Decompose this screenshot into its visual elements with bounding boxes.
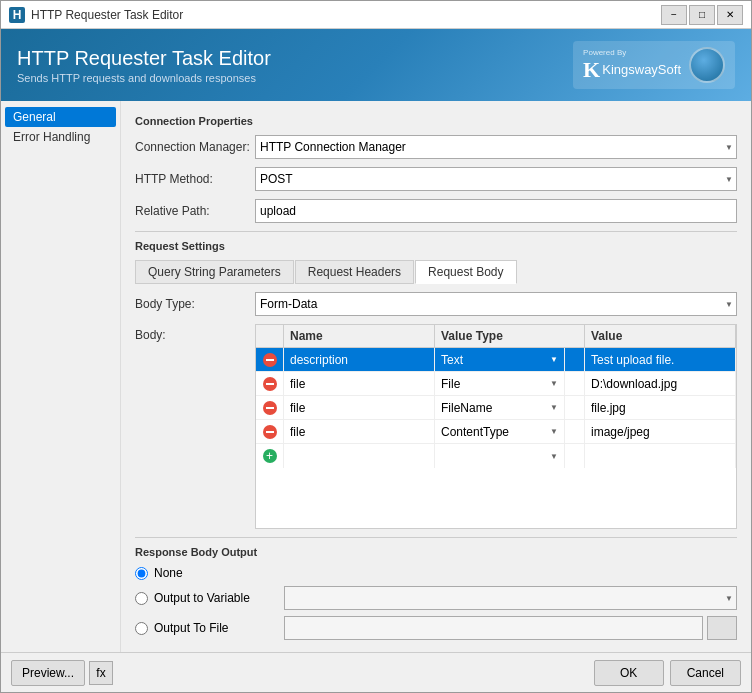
radio-file[interactable] bbox=[135, 622, 148, 635]
add-row-spacer bbox=[565, 444, 585, 468]
plus-circle-icon[interactable]: + bbox=[263, 449, 277, 463]
row-1-remove-icon[interactable] bbox=[256, 348, 284, 371]
header-subtitle: Sends HTTP requests and downloads respon… bbox=[17, 72, 271, 84]
close-button[interactable]: ✕ bbox=[717, 5, 743, 25]
add-row-dropdown-icon: ▼ bbox=[550, 452, 558, 461]
cancel-button[interactable]: Cancel bbox=[670, 660, 741, 686]
response-radio-group: None Output to Variable ▼ Output To File bbox=[135, 566, 737, 640]
minus-circle-icon[interactable] bbox=[263, 353, 277, 367]
body-table: Name Value Type Value bbox=[255, 324, 737, 529]
radio-variable-row: Output to Variable ▼ bbox=[135, 586, 737, 610]
row-4-name[interactable]: file bbox=[284, 420, 435, 443]
radio-none-row: None bbox=[135, 566, 737, 580]
radio-file-row: Output To File bbox=[135, 616, 737, 640]
relative-path-label: Relative Path: bbox=[135, 204, 255, 218]
request-section-label: Request Settings bbox=[135, 240, 737, 252]
expression-button[interactable]: fx bbox=[89, 661, 113, 685]
http-method-row: HTTP Method: POST GET PUT DELETE ▼ bbox=[135, 167, 737, 191]
logo-k: K bbox=[583, 57, 600, 83]
header-left: HTTP Requester Task Editor Sends HTTP re… bbox=[17, 47, 271, 84]
file-path-input[interactable] bbox=[284, 616, 703, 640]
radio-none[interactable] bbox=[135, 567, 148, 580]
row-2-name[interactable]: file bbox=[284, 372, 435, 395]
sidebar: General Error Handling bbox=[1, 101, 121, 652]
http-method-select[interactable]: POST GET PUT DELETE bbox=[255, 167, 737, 191]
title-bar: H HTTP Requester Task Editor − □ ✕ bbox=[1, 1, 751, 29]
add-row-icon[interactable]: + bbox=[256, 444, 284, 468]
minimize-button[interactable]: − bbox=[661, 5, 687, 25]
tab-request-body[interactable]: Request Body bbox=[415, 260, 516, 284]
minus-circle-icon[interactable] bbox=[263, 425, 277, 439]
header-title: HTTP Requester Task Editor bbox=[17, 47, 271, 70]
header-cell-value-type: Value Type bbox=[435, 325, 585, 347]
connection-manager-label: Connection Manager: bbox=[135, 140, 255, 154]
row-2-value-type[interactable]: File ▼ bbox=[435, 372, 565, 395]
row-4-value-type-arrow-icon: ▼ bbox=[550, 427, 558, 436]
preview-button[interactable]: Preview... bbox=[11, 660, 85, 686]
body-type-label: Body Type: bbox=[135, 297, 255, 311]
logo-brand: KingswaySoft bbox=[602, 62, 681, 78]
row-1-name[interactable]: description bbox=[284, 348, 435, 371]
tab-request-headers[interactable]: Request Headers bbox=[295, 260, 414, 284]
row-1-spacer bbox=[565, 348, 585, 371]
http-method-wrapper: POST GET PUT DELETE ▼ bbox=[255, 167, 737, 191]
bottom-right-controls: OK Cancel bbox=[594, 660, 741, 686]
bottom-bar: Preview... fx OK Cancel bbox=[1, 652, 751, 692]
relative-path-input[interactable] bbox=[255, 199, 737, 223]
relative-path-wrapper bbox=[255, 199, 737, 223]
add-row: + ▼ bbox=[256, 444, 736, 468]
request-tabs: Query String Parameters Request Headers … bbox=[135, 260, 737, 284]
radio-file-label: Output To File bbox=[154, 621, 284, 635]
title-bar-controls: − □ ✕ bbox=[661, 5, 743, 25]
file-browse-button[interactable] bbox=[707, 616, 737, 640]
row-1-value-type-arrow-icon: ▼ bbox=[550, 355, 558, 364]
row-3-value[interactable]: file.jpg bbox=[585, 396, 736, 419]
table-empty-space bbox=[256, 468, 736, 528]
row-4-spacer bbox=[565, 420, 585, 443]
connection-manager-select[interactable]: HTTP Connection Manager bbox=[255, 135, 737, 159]
sidebar-item-error-handling[interactable]: Error Handling bbox=[5, 127, 116, 147]
row-4-value-type[interactable]: ContentType ▼ bbox=[435, 420, 565, 443]
row-2-remove-icon[interactable] bbox=[256, 372, 284, 395]
ok-button[interactable]: OK bbox=[594, 660, 664, 686]
minus-circle-icon[interactable] bbox=[263, 377, 277, 391]
section-divider-2 bbox=[135, 537, 737, 538]
table-row[interactable]: file FileName ▼ file.jpg bbox=[256, 396, 736, 420]
sidebar-item-general[interactable]: General bbox=[5, 107, 116, 127]
table-row[interactable]: file ContentType ▼ image/jpeg bbox=[256, 420, 736, 444]
table-row[interactable]: description Text ▼ Test upload file. bbox=[256, 348, 736, 372]
header-cell-name: Name bbox=[284, 325, 435, 347]
row-3-remove-icon[interactable] bbox=[256, 396, 284, 419]
row-3-value-type-arrow-icon: ▼ bbox=[550, 403, 558, 412]
table-row[interactable]: file File ▼ D:\download.jpg bbox=[256, 372, 736, 396]
radio-variable[interactable] bbox=[135, 592, 148, 605]
header-logo: Powered By K KingswaySoft bbox=[573, 41, 735, 89]
add-row-name bbox=[284, 444, 435, 468]
maximize-button[interactable]: □ bbox=[689, 5, 715, 25]
body-type-wrapper: Form-Data Raw None ▼ bbox=[255, 292, 737, 316]
row-4-remove-icon[interactable] bbox=[256, 420, 284, 443]
row-1-value[interactable]: Test upload file. bbox=[585, 348, 736, 371]
add-row-value bbox=[585, 444, 736, 468]
minus-circle-icon[interactable] bbox=[263, 401, 277, 415]
relative-path-row: Relative Path: bbox=[135, 199, 737, 223]
row-2-value-type-arrow-icon: ▼ bbox=[550, 379, 558, 388]
bottom-left-controls: Preview... fx bbox=[11, 660, 113, 686]
row-4-value[interactable]: image/jpeg bbox=[585, 420, 736, 443]
row-1-value-type[interactable]: Text ▼ bbox=[435, 348, 565, 371]
body-type-select[interactable]: Form-Data Raw None bbox=[255, 292, 737, 316]
body-table-wrapper: Name Value Type Value bbox=[255, 324, 737, 529]
body-row: Body: Name Value Type Value bbox=[135, 324, 737, 529]
row-3-value-type[interactable]: FileName ▼ bbox=[435, 396, 565, 419]
row-2-spacer bbox=[565, 372, 585, 395]
row-2-value[interactable]: D:\download.jpg bbox=[585, 372, 736, 395]
logo-globe bbox=[689, 47, 725, 83]
tab-query-string[interactable]: Query String Parameters bbox=[135, 260, 294, 284]
variable-select[interactable] bbox=[284, 586, 737, 610]
radio-variable-label: Output to Variable bbox=[154, 591, 284, 605]
add-row-value-type: ▼ bbox=[435, 444, 565, 468]
header: HTTP Requester Task Editor Sends HTTP re… bbox=[1, 29, 751, 101]
connection-section-label: Connection Properties bbox=[135, 115, 737, 127]
row-3-name[interactable]: file bbox=[284, 396, 435, 419]
response-section-label: Response Body Output bbox=[135, 546, 737, 558]
